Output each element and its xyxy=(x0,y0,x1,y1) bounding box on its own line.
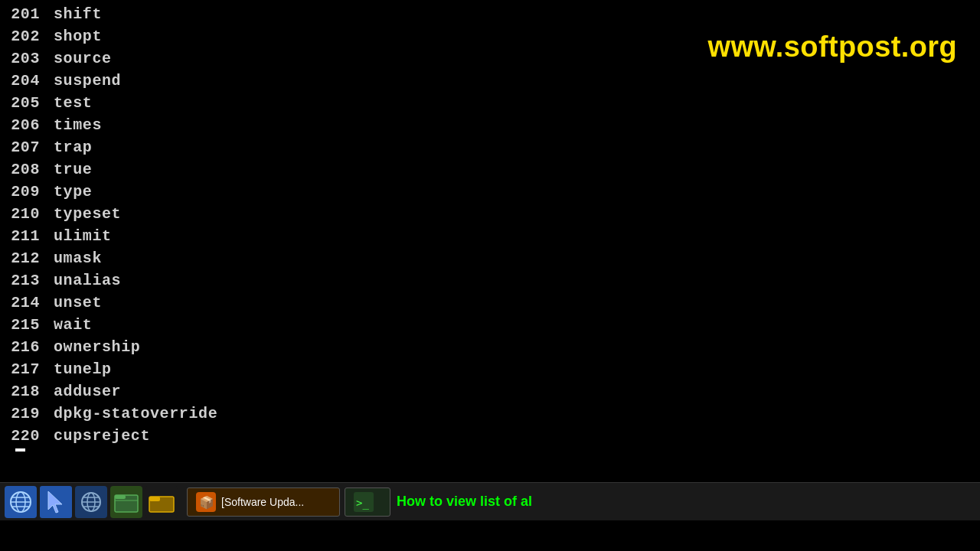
taskbar-tip-text: How to view list of al xyxy=(397,494,532,510)
terminal-list-item: 216ownership xyxy=(8,336,972,358)
terminal-list-item: 207trap xyxy=(8,136,972,158)
line-command: umask xyxy=(54,247,102,269)
line-command: tunelp xyxy=(54,358,112,380)
taskbar-app-software-update[interactable]: 📦 [Software Upda... xyxy=(187,487,340,517)
line-number: 210 xyxy=(8,203,54,225)
line-command: true xyxy=(54,158,92,181)
line-number: 219 xyxy=(8,403,54,425)
line-number: 216 xyxy=(8,336,54,358)
line-command: typeset xyxy=(54,203,121,225)
line-command: times xyxy=(54,114,102,136)
line-command: shift xyxy=(54,3,102,25)
bottom-strip xyxy=(0,520,980,551)
terminal-list-item: 208true xyxy=(8,158,972,181)
taskbar-app-terminal[interactable]: >_ xyxy=(345,487,390,517)
terminal-list-item: 212umask xyxy=(8,247,972,269)
taskbar-icon-mouse[interactable] xyxy=(40,486,72,518)
line-number: 214 xyxy=(8,292,54,314)
line-command: unalias xyxy=(54,269,121,292)
line-command: ulimit xyxy=(54,225,112,247)
line-number: 206 xyxy=(8,114,54,136)
terminal-list-item: 201shift xyxy=(8,3,972,25)
line-number: 213 xyxy=(8,269,54,292)
line-command: cupsreject xyxy=(54,425,150,447)
line-command: test xyxy=(54,92,92,114)
svg-rect-12 xyxy=(115,495,126,499)
line-number: 208 xyxy=(8,158,54,181)
line-number: 203 xyxy=(8,47,54,70)
line-number: 202 xyxy=(8,25,54,47)
line-command: trap xyxy=(54,136,92,158)
terminal-list-item: 218adduser xyxy=(8,380,972,403)
line-number: 220 xyxy=(8,425,54,447)
terminal-list-item: 209type xyxy=(8,181,972,203)
line-command: unset xyxy=(54,292,102,314)
line-number: 217 xyxy=(8,358,54,380)
line-number: 207 xyxy=(8,136,54,158)
line-number: 212 xyxy=(8,247,54,269)
terminal-list-item: 214unset xyxy=(8,292,972,314)
taskbar-icon-filemanager[interactable] xyxy=(110,486,142,518)
taskbar-icon-browser[interactable] xyxy=(5,486,37,518)
terminal-list-item: 206times xyxy=(8,114,972,136)
taskbar-icon-folder[interactable] xyxy=(145,486,178,518)
terminal-list-item: 210typeset xyxy=(8,203,972,225)
line-command: dpkg-statoverride xyxy=(54,403,217,425)
line-number: 204 xyxy=(8,70,54,92)
command-list: 201shift202shopt203source204suspend205te… xyxy=(8,0,972,447)
line-number: 205 xyxy=(8,92,54,114)
svg-marker-5 xyxy=(48,491,62,513)
terminal-list-item: 220cupsreject xyxy=(8,425,972,447)
watermark-text: www.softpost.org xyxy=(707,31,957,64)
taskbar-icon-network[interactable] xyxy=(75,486,107,518)
svg-rect-15 xyxy=(149,497,160,501)
terminal-list-item: 211ulimit xyxy=(8,225,972,247)
terminal-list-item: 205test xyxy=(8,92,972,114)
terminal-list-item: 217tunelp xyxy=(8,358,972,380)
line-command: wait xyxy=(54,314,92,336)
taskbar-app-label: [Software Upda... xyxy=(221,496,304,508)
line-command: type xyxy=(54,181,92,203)
line-number: 215 xyxy=(8,314,54,336)
terminal-area: www.softpost.org 201shift202shopt203sour… xyxy=(0,0,980,452)
line-number: 209 xyxy=(8,181,54,203)
line-command: suspend xyxy=(54,70,121,92)
taskbar-terminal-icon: >_ xyxy=(353,491,374,513)
taskbar-app-software-icon: 📦 xyxy=(195,491,217,513)
line-number: 201 xyxy=(8,3,54,25)
line-command: shopt xyxy=(54,25,102,47)
terminal-list-item: 215wait xyxy=(8,314,972,336)
svg-text:>_: >_ xyxy=(356,497,369,510)
line-command: ownership xyxy=(54,336,140,358)
taskbar: 📦 [Software Upda... >_ How to view list … xyxy=(0,482,980,520)
line-number: 218 xyxy=(8,380,54,403)
cursor-line xyxy=(8,448,972,452)
terminal-cursor xyxy=(15,448,25,452)
terminal-list-item: 204suspend xyxy=(8,70,972,92)
line-command: adduser xyxy=(54,380,121,403)
svg-text:📦: 📦 xyxy=(199,495,214,510)
line-number: 211 xyxy=(8,225,54,247)
terminal-list-item: 219dpkg-statoverride xyxy=(8,403,972,425)
line-command: source xyxy=(54,47,112,70)
terminal-list-item: 213unalias xyxy=(8,269,972,292)
taskbar-icons xyxy=(0,486,182,518)
